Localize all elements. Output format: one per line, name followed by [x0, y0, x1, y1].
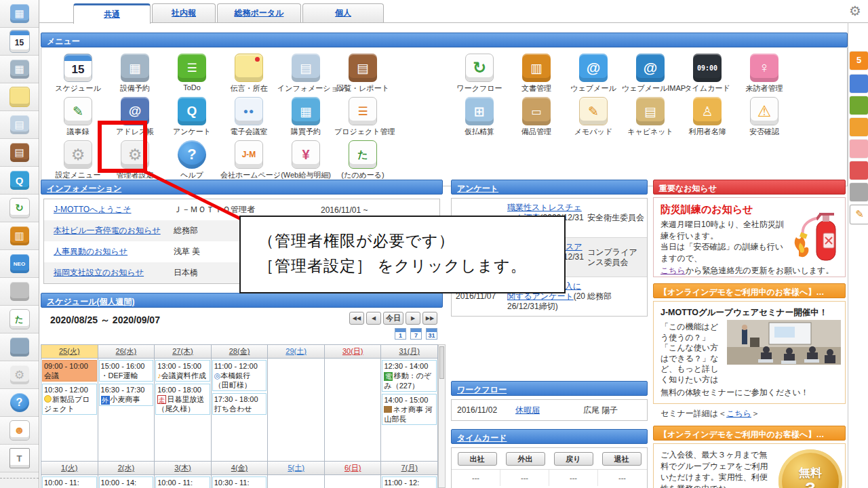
menu-item-facility-reservation[interactable]: ▦設備予約	[106, 54, 163, 94]
schedule-scrollbar[interactable]	[438, 344, 446, 488]
timecard-header-link[interactable]: タイムカード	[457, 433, 507, 443]
day-header[interactable]: 1(火)	[41, 462, 98, 475]
day-header[interactable]: 4(金)	[212, 462, 269, 475]
survey-header-link[interactable]: アンケート	[457, 184, 498, 193]
menu-item-advance-payment[interactable]: ⊞仮払精算	[451, 97, 508, 137]
event[interactable]: 10:30 - 12:00新製品プロジェクト	[42, 384, 97, 415]
menu-item-web-payslip[interactable]: ¥(Web給与明細)	[277, 140, 334, 180]
sidebar-item-folder[interactable]	[0, 278, 39, 306]
menu-item-company-homepage[interactable]: J-M会社ホームページ	[220, 140, 277, 180]
seminar-detail-link[interactable]: こちら	[726, 409, 751, 418]
day-cell[interactable]: 10:00 - 11:	[41, 475, 98, 488]
menu-item-todo[interactable]: ☰ToDo	[163, 54, 220, 94]
menu-item-timecard[interactable]: 09:00タイムカード	[679, 54, 736, 94]
next-week-button[interactable]: ▶	[406, 312, 420, 325]
scrollbar-thumb[interactable]	[439, 346, 444, 379]
day-header-today[interactable]: 25(火)	[41, 345, 98, 359]
menu-item-message-presence[interactable]: 伝言・所在	[220, 54, 277, 94]
menu-item-cabinet[interactable]: ▤キャビネット	[622, 97, 679, 137]
tab-common[interactable]: 共通	[73, 3, 151, 24]
menu-item-project-management[interactable]: ☰プロジェクト管理	[334, 97, 391, 137]
sidebar-item-settings[interactable]: ⚙	[0, 361, 39, 389]
tab-personal[interactable]: 個人	[302, 3, 384, 22]
menu-item-purchase-reservation[interactable]: ▦購買予約	[277, 97, 334, 137]
info-link[interactable]: 本社ビル一斉停電のお知らせ	[54, 226, 161, 235]
sidebar-item-facility[interactable]: ▦	[0, 56, 39, 83]
kochira-link[interactable]: こちら	[660, 266, 686, 275]
day-cell[interactable]: 11:00 - 12:00◎本橋銀行（田町様） 17:30 - 18:00打ち合…	[212, 359, 269, 462]
day-cell[interactable]: 10:30 - 11:	[212, 475, 269, 488]
menu-item-visitor-management[interactable]: ♀来訪者管理	[736, 54, 793, 94]
prev-week-fast-button[interactable]: ◀◀	[349, 312, 364, 325]
sidebar-item-report[interactable]: ▤	[0, 139, 39, 167]
day-header[interactable]: 2(水)	[98, 462, 155, 475]
workflow-link[interactable]: 休暇届	[515, 405, 540, 415]
menu-item-document-management[interactable]: ▥文書管理	[508, 54, 565, 94]
sidebar-item-banner[interactable]	[0, 333, 39, 361]
day-header-sunday[interactable]: 30(日)	[325, 345, 382, 359]
day-cell[interactable]: 10:00 - 14:	[98, 475, 155, 488]
menu-item-survey[interactable]: Qアンケート	[163, 97, 220, 137]
sidebar-item-text-tool[interactable]: T	[0, 445, 39, 472]
clock-in-button[interactable]: 出社	[458, 452, 497, 466]
menu-item-e-meeting[interactable]: ●●電子会議室	[220, 97, 277, 137]
event[interactable]: 13:00 - 15:00♪会議資料作成	[155, 360, 210, 382]
menu-item-circulation-report[interactable]: ▤回覧・レポート	[334, 54, 391, 94]
event[interactable]: 14:00 - 15:00ネオ商事 河山部長	[382, 394, 437, 425]
schedule-header-link[interactable]: スケジュール(個人週間)	[47, 297, 134, 306]
day-header-sunday[interactable]: 6(日)	[325, 462, 382, 475]
tab-general-affairs-portal[interactable]: 総務ポータル	[217, 3, 301, 22]
sidebar-item-neo[interactable]: NEO	[0, 250, 39, 278]
next-week-fast-button[interactable]: ▶▶	[422, 312, 437, 325]
event[interactable]: 16:00 - 18:00走日暮里放送（尾久様）	[155, 384, 210, 415]
menu-item-workflow[interactable]: ↻ワークフロー	[451, 54, 508, 94]
information-header-link[interactable]: インフォメーション	[47, 184, 121, 193]
pencil-icon[interactable]: ✎	[850, 205, 868, 224]
day-cell[interactable]: 10:00 - 11:	[155, 475, 212, 488]
day-cell-empty[interactable]	[325, 475, 382, 488]
day-view-icon[interactable]: 1	[395, 328, 406, 340]
event[interactable]: 17:30 - 18:00打ち合わせ	[212, 393, 267, 415]
memo-badge-icon[interactable]: 5	[850, 52, 868, 70]
day-header[interactable]: 3(木)	[155, 462, 212, 475]
day-header[interactable]: 26(水)	[98, 345, 155, 359]
event[interactable]: 10:00 - 11:	[155, 476, 210, 488]
event[interactable]: 10:30 - 11:	[212, 476, 267, 488]
menu-item-safety-confirmation[interactable]: ⚠安否確認	[736, 97, 793, 137]
day-header-saturday[interactable]: 5(土)	[268, 462, 325, 475]
day-cell[interactable]: 12:30 - 14:00電移動：のぞみ（227） 14:00 - 15:00ネ…	[381, 359, 438, 462]
day-cell-empty[interactable]	[268, 475, 325, 488]
workflow-header-link[interactable]: ワークフロー	[457, 385, 507, 394]
day-cell-empty[interactable]	[268, 359, 325, 462]
menu-item-schedule[interactable]: 15スケジュール	[50, 54, 106, 94]
event[interactable]: 11:00 - 12:00◎本橋銀行（田町様）	[212, 360, 267, 391]
day-header[interactable]: 27(木)	[155, 345, 212, 359]
prev-week-button[interactable]: ◀	[366, 312, 381, 325]
day-header[interactable]: 28(金)	[212, 345, 269, 359]
sidebar-item-tanomail[interactable]: た	[0, 306, 39, 333]
event[interactable]: 10:00 - 11:	[42, 476, 97, 488]
day-cell[interactable]: 13:00 - 15:00♪会議資料作成 16:00 - 18:00走日暮里放送…	[155, 359, 212, 462]
day-header[interactable]: 7(月)	[381, 462, 438, 475]
edge-widget-green[interactable]	[850, 96, 868, 115]
sidebar-item-message[interactable]	[0, 83, 39, 111]
day-cell[interactable]: 09:00 - 10:00会議 10:30 - 12:00新製品プロジェクト	[41, 359, 98, 462]
week-view-icon[interactable]: 7	[410, 328, 422, 340]
edge-widget-orange[interactable]	[850, 118, 868, 136]
sidebar-item-schedule[interactable]: 15	[0, 28, 39, 56]
sidebar-item-workflow[interactable]: ↻	[0, 195, 39, 222]
menu-item-user-directory[interactable]: ♙利用者名簿	[679, 97, 736, 137]
menu-item-help[interactable]: ?ヘルプ	[163, 140, 220, 180]
sidebar-item-support[interactable]: ☻	[0, 417, 39, 445]
menu-item-memo-pad[interactable]: ✎メモパッド	[565, 97, 622, 137]
event[interactable]: 12:30 - 14:00電移動：のぞみ（227）	[382, 360, 437, 392]
event[interactable]: 09:00 - 10:00会議	[42, 360, 97, 382]
sidebar-item-survey[interactable]: Q	[0, 167, 39, 195]
sidebar-item-information[interactable]: ▤	[0, 111, 39, 139]
info-link[interactable]: J-MOTTOへようこそ	[54, 205, 132, 214]
info-link[interactable]: 福岡支社設立のお知らせ	[54, 268, 144, 277]
event[interactable]: 15:00 - 16:00・DEF運輸	[99, 360, 154, 382]
today-button[interactable]: 今日	[383, 312, 403, 325]
sidebar-item-help[interactable]: ?	[0, 389, 39, 417]
edge-widget-red[interactable]	[850, 161, 868, 180]
